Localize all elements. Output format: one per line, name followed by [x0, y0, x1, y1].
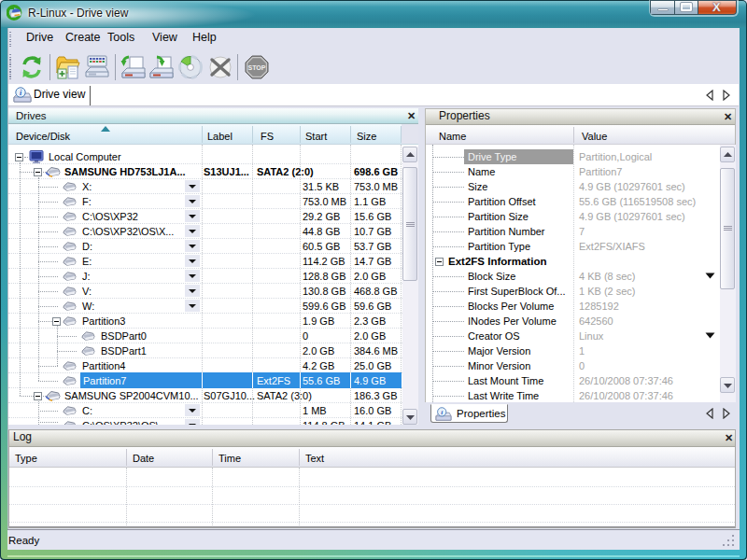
svg-text:STOP: STOP: [248, 64, 266, 71]
svg-text:i: i: [441, 409, 443, 416]
